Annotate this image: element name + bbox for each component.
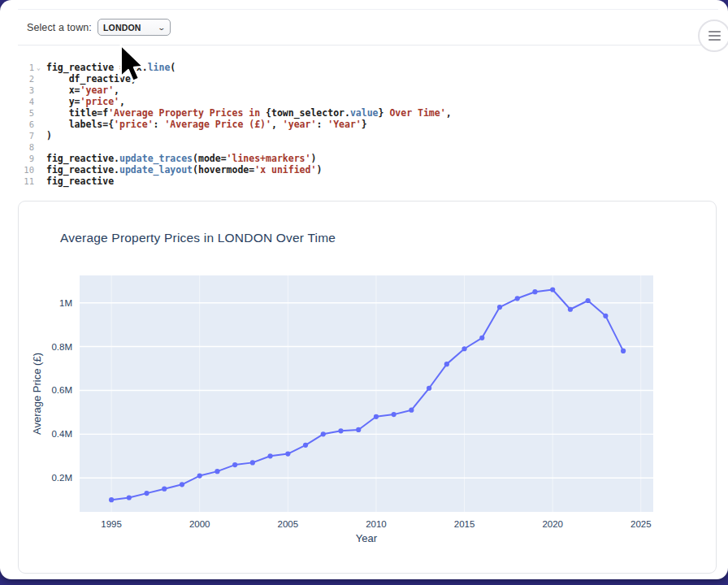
- fold-arrow-icon[interactable]: ⌄: [37, 63, 41, 74]
- svg-text:1995: 1995: [101, 519, 122, 529]
- line-number: 11: [20, 176, 34, 187]
- app-menu-button[interactable]: [698, 20, 728, 52]
- code-line[interactable]: 2 df_reactive,: [20, 73, 712, 84]
- line-number: 4: [20, 96, 34, 107]
- code-text: title=f'Average Property Prices in {town…: [34, 107, 452, 119]
- line-number: 9: [20, 153, 34, 164]
- line-number: 1⌄: [20, 62, 34, 73]
- code-text: fig_reactive = px.line(: [34, 62, 176, 73]
- chart-output-card: 19952000200520102015202020250.2M0.4M0.6M…: [18, 201, 717, 574]
- code-line[interactable]: 5 title=f'Average Property Prices in {to…: [20, 107, 712, 119]
- code-text: x='year',: [34, 84, 119, 96]
- code-text: fig_reactive.update_traces(mode='lines+m…: [34, 153, 316, 164]
- svg-text:0.6M: 0.6M: [51, 385, 72, 395]
- line-number: 10: [20, 164, 34, 176]
- code-line[interactable]: 1⌄fig_reactive = px.line(: [20, 62, 712, 73]
- line-number: 3: [20, 84, 34, 96]
- notebook-page: Select a town: LONDON ⌄ 1⌄fig_reactive =…: [0, 0, 728, 579]
- svg-text:0.2M: 0.2M: [51, 473, 72, 483]
- code-line[interactable]: 10fig_reactive.update_layout(hovermode='…: [20, 164, 712, 176]
- svg-text:0.4M: 0.4M: [51, 429, 72, 439]
- town-select-value: LONDON: [103, 23, 141, 32]
- svg-text:1M: 1M: [59, 298, 72, 308]
- svg-text:2000: 2000: [189, 519, 210, 529]
- line-number: 5: [20, 107, 34, 119]
- code-text: y='price',: [34, 96, 125, 107]
- svg-text:0.8M: 0.8M: [51, 342, 72, 352]
- code-text: ): [34, 130, 52, 141]
- svg-text:2010: 2010: [366, 519, 387, 529]
- x-axis-title: Year: [356, 532, 378, 544]
- code-text: df_reactive,: [34, 73, 136, 84]
- line-number: 6: [20, 119, 34, 130]
- code-text: labels={'price': 'Average Price (£)', 'y…: [34, 119, 367, 130]
- code-line[interactable]: 9fig_reactive.update_traces(mode='lines+…: [20, 153, 712, 164]
- svg-text:2020: 2020: [542, 519, 563, 529]
- code-line[interactable]: 11fig_reactive: [20, 176, 712, 187]
- control-bar: Select a town: LONDON ⌄: [18, 9, 718, 46]
- code-line[interactable]: 6 labels={'price': 'Average Price (£)', …: [20, 119, 712, 130]
- chart-title: Average Property Prices in LONDON Over T…: [60, 231, 336, 245]
- svg-text:2015: 2015: [454, 519, 475, 529]
- hamburger-icon: [708, 31, 721, 32]
- svg-text:2005: 2005: [278, 519, 299, 529]
- line-number: 7: [20, 130, 34, 141]
- y-axis-title: Average Price (£): [31, 353, 43, 435]
- code-line[interactable]: 7): [20, 130, 712, 141]
- code-text: fig_reactive.update_layout(hovermode='x …: [34, 164, 322, 176]
- code-editor-cell[interactable]: 1⌄fig_reactive = px.line(2 df_reactive,3…: [20, 62, 712, 188]
- select-town-label: Select a town:: [27, 22, 92, 33]
- code-text: [34, 141, 46, 153]
- code-line[interactable]: 4 y='price',: [20, 96, 712, 107]
- code-text: fig_reactive: [34, 176, 114, 187]
- chevron-down-icon: ⌄: [158, 24, 167, 32]
- line-number: 8: [20, 141, 34, 153]
- code-line[interactable]: 3 x='year',: [20, 84, 712, 96]
- code-line[interactable]: 8: [20, 141, 712, 153]
- line-number: 2: [20, 73, 34, 84]
- property-price-line-chart[interactable]: 19952000200520102015202020250.2M0.4M0.6M…: [19, 202, 716, 573]
- town-select-dropdown[interactable]: LONDON ⌄: [98, 19, 171, 36]
- svg-text:2025: 2025: [630, 519, 652, 529]
